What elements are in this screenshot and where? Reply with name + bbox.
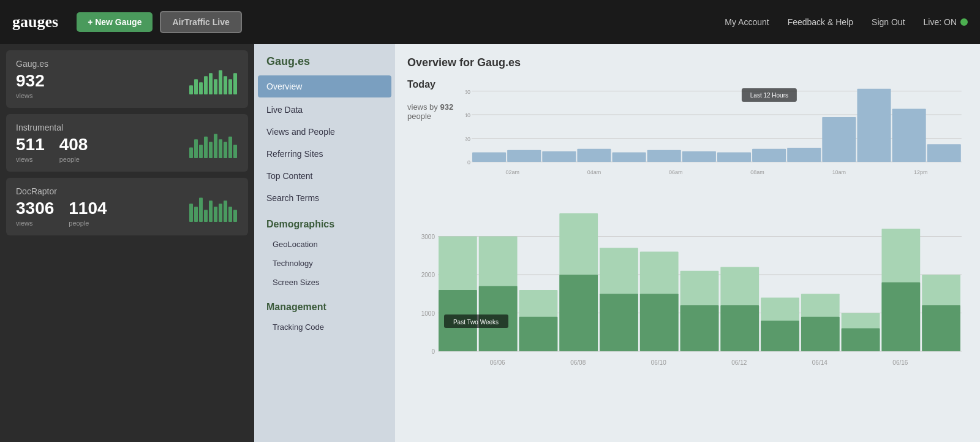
live-label: Live: ON: [924, 17, 957, 27]
nav-item[interactable]: Referring Sites: [254, 143, 395, 165]
svg-rect-25: [214, 207, 217, 222]
svg-rect-6: [219, 70, 222, 94]
nav-item[interactable]: Live Data: [254, 99, 395, 121]
nav-panel: Gaug.es OverviewLive DataViews and Peopl…: [254, 44, 395, 442]
svg-text:02am: 02am: [506, 169, 519, 175]
gauge-views-count: 3306: [16, 199, 54, 218]
svg-text:40: 40: [466, 112, 470, 118]
svg-rect-7: [224, 76, 227, 94]
gauge-views-label: views: [16, 156, 45, 163]
svg-rect-47: [787, 148, 821, 162]
nav-item[interactable]: Top Content: [254, 165, 395, 187]
svg-text:06/06: 06/06: [490, 359, 505, 366]
airtraffic-button[interactable]: AirTraffic Live: [160, 11, 241, 33]
svg-rect-77: [600, 294, 638, 351]
svg-rect-24: [209, 200, 213, 222]
svg-rect-43: [647, 150, 681, 162]
svg-rect-5: [214, 79, 217, 94]
svg-rect-2: [199, 82, 203, 94]
svg-rect-18: [228, 137, 232, 158]
svg-rect-38: [472, 153, 506, 162]
svg-rect-20: [189, 204, 193, 222]
past-chart-section: 010002000300006/0606/0806/1006/1206/1406…: [407, 192, 968, 372]
gauge-people-label: people: [59, 156, 88, 163]
svg-rect-81: [680, 305, 719, 351]
svg-rect-87: [801, 317, 840, 351]
gauge-card-title: Gaug.es: [16, 59, 183, 69]
svg-rect-3: [204, 76, 208, 94]
svg-rect-21: [194, 207, 198, 222]
gauge-people-label: people: [69, 219, 107, 227]
svg-rect-50: [892, 109, 926, 162]
views-by-label: views by 932: [407, 102, 453, 112]
svg-text:06/10: 06/10: [651, 359, 666, 366]
gauge-views-stat: 3306 views: [16, 199, 54, 227]
nav-mgmt-item[interactable]: Tracking Code: [254, 318, 395, 337]
gauge-card[interactable]: Instrumental 511 views 408 people: [6, 114, 248, 172]
svg-text:04am: 04am: [587, 169, 601, 175]
header-nav-right: My Account Feedback & Help Sign Out Live…: [725, 17, 968, 27]
gauge-views-count: 511: [16, 135, 45, 154]
content-area: Overview for Gaug.es Today views by 932 …: [395, 44, 980, 442]
people-label: people: [407, 112, 453, 121]
gauge-people-stat: 408 people: [59, 135, 88, 163]
svg-rect-12: [199, 145, 203, 158]
gauge-card[interactable]: DocRaptor 3306 views 1104 people: [6, 178, 248, 235]
svg-rect-8: [228, 79, 232, 94]
new-gauge-button[interactable]: + New Gauge: [77, 12, 153, 32]
gauge-views-stat: 511 views: [16, 135, 45, 163]
nav-item[interactable]: Views and People: [254, 121, 395, 143]
past-chart-svg: 010002000300006/0606/0806/1006/1206/1406…: [407, 192, 968, 370]
gauge-card[interactable]: Gaug.es 932 views: [6, 50, 248, 108]
gauge-mini-chart: [189, 64, 238, 94]
svg-text:1000: 1000: [421, 310, 435, 317]
my-account-link[interactable]: My Account: [725, 17, 769, 27]
svg-rect-44: [682, 151, 716, 162]
svg-text:06/16: 06/16: [892, 359, 908, 366]
nav-demo-item[interactable]: GeoLocation: [254, 235, 395, 254]
svg-rect-40: [542, 151, 576, 162]
gauge-card-info: DocRaptor 3306 views 1104 people: [16, 186, 183, 227]
svg-rect-11: [194, 139, 198, 158]
nav-demo-item[interactable]: Screen Sizes: [254, 273, 395, 292]
svg-rect-89: [842, 329, 880, 352]
svg-rect-75: [559, 275, 598, 351]
signout-link[interactable]: Sign Out: [872, 17, 905, 27]
svg-text:08am: 08am: [750, 169, 764, 175]
svg-text:2000: 2000: [421, 272, 435, 278]
gauge-card-stats: 932 views: [16, 71, 183, 99]
feedback-link[interactable]: Feedback & Help: [788, 17, 853, 27]
svg-text:06/12: 06/12: [731, 359, 747, 366]
svg-rect-17: [224, 142, 227, 158]
gauge-mini-chart: [189, 191, 238, 222]
svg-text:0: 0: [431, 348, 435, 355]
views-count: 932: [440, 102, 453, 112]
live-indicator: Live: ON: [924, 17, 968, 27]
svg-rect-28: [228, 207, 232, 222]
nav-item[interactable]: Overview: [258, 75, 391, 97]
svg-rect-15: [214, 134, 217, 158]
svg-rect-91: [881, 283, 920, 352]
svg-rect-93: [922, 305, 960, 351]
svg-rect-79: [640, 294, 679, 351]
svg-rect-85: [761, 321, 799, 351]
svg-rect-16: [219, 139, 222, 158]
nav-demo-item[interactable]: Technology: [254, 254, 395, 273]
gauge-card-title: Instrumental: [16, 123, 183, 132]
gauge-views-count: 932: [16, 71, 45, 91]
today-chart-section: Today views by 932 people 020406002am04a…: [407, 79, 968, 180]
svg-rect-46: [752, 149, 786, 162]
svg-rect-10: [189, 147, 193, 158]
svg-rect-26: [219, 204, 222, 222]
live-dot-icon: [960, 18, 968, 26]
gauge-card-title: DocRaptor: [16, 186, 183, 196]
svg-text:Past Two Weeks: Past Two Weeks: [453, 319, 499, 326]
nav-item[interactable]: Search Terms: [254, 187, 395, 209]
demographics-header: Demographics: [254, 209, 395, 235]
svg-rect-14: [209, 142, 213, 158]
svg-rect-0: [189, 85, 193, 94]
gauges-list: Gaug.es 932 views Instrumental 511 views…: [0, 44, 254, 442]
svg-rect-51: [927, 144, 961, 162]
gauge-views-label: views: [16, 219, 54, 227]
svg-rect-22: [199, 197, 203, 222]
